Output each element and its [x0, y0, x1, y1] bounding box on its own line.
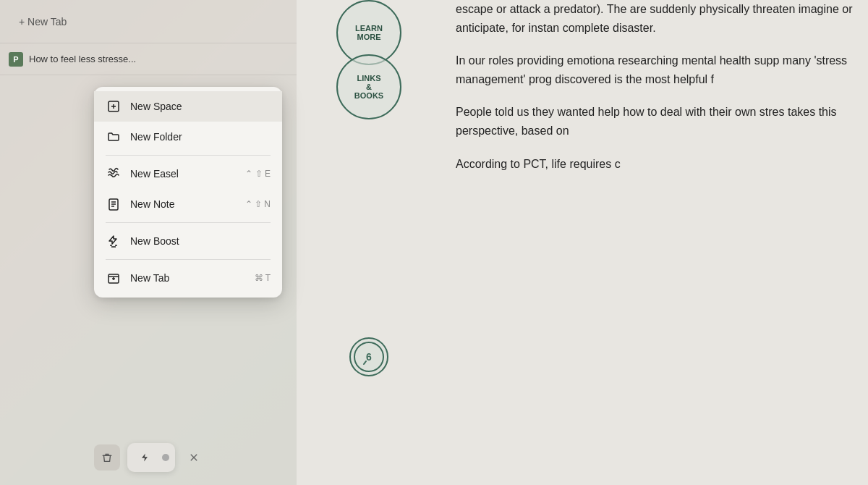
new-boost-icon: [106, 233, 122, 249]
new-tab-menu-icon: [106, 270, 122, 286]
top-bar: + New Tab: [0, 0, 297, 43]
article-para-4: According to PCT, life requires c: [456, 155, 854, 174]
trash-icon: [101, 451, 114, 464]
new-note-label: New Note: [130, 198, 237, 210]
new-boost-label: New Boost: [130, 235, 271, 247]
new-tab-menu-label: New Tab: [130, 272, 246, 284]
bottom-toolbar: [94, 443, 205, 472]
divider-3: [106, 259, 271, 260]
tab-icon: P: [9, 52, 23, 67]
new-space-label: New Space: [130, 101, 271, 112]
tab-title: How to feel less stresse...: [29, 54, 136, 64]
new-folder-icon: [106, 129, 122, 145]
new-tab-shortcut: ⌘ T: [255, 273, 271, 283]
main-content: LEARN MORE LINKS & BOOKS 6 escape or att…: [297, 0, 868, 485]
toolbar-main: [127, 443, 175, 472]
new-space-icon: [106, 98, 122, 114]
chat-bubble[interactable]: 6: [349, 337, 388, 376]
menu-item-new-easel[interactable]: New Easel ⌃ ⇧ E: [94, 159, 282, 189]
article-para-3: People told us they wanted help how to d…: [456, 103, 854, 140]
new-note-icon: [106, 196, 122, 212]
divider-2: [106, 222, 271, 223]
menu-item-new-boost[interactable]: New Boost: [94, 226, 282, 256]
new-easel-label: New Easel: [130, 168, 237, 180]
article-area: escape or attack a predator). The are su…: [441, 0, 868, 485]
new-tab-button[interactable]: + New Tab: [12, 12, 74, 32]
bolt-button[interactable]: [133, 446, 156, 469]
new-tab-label: + New Tab: [19, 16, 67, 28]
diagram-area: LEARN MORE LINKS & BOOKS 6: [297, 0, 441, 485]
svg-text:6: 6: [366, 351, 372, 363]
new-folder-label: New Folder: [130, 131, 271, 143]
chat-bubble-icon: 6: [353, 341, 385, 373]
close-button[interactable]: [182, 446, 205, 469]
bolt-icon: [139, 452, 150, 463]
menu-item-new-tab[interactable]: New Tab ⌘ T: [94, 263, 282, 293]
menu-item-new-note[interactable]: New Note ⌃ ⇧ N: [94, 189, 282, 219]
menu-item-new-folder[interactable]: New Folder: [94, 122, 282, 152]
new-easel-shortcut: ⌃ ⇧ E: [245, 169, 271, 179]
menu-item-new-space[interactable]: New Space: [94, 91, 282, 122]
trash-button[interactable]: [94, 444, 120, 471]
divider-1: [106, 155, 271, 156]
tab-row[interactable]: P How to feel less stresse...: [0, 43, 297, 75]
new-note-shortcut: ⌃ ⇧ N: [245, 199, 271, 209]
dropdown-menu: New Space New Folder New Easel ⌃ ⇧ E: [94, 87, 282, 298]
links-books-circle[interactable]: LINKS & BOOKS: [336, 54, 401, 119]
article-para-1: escape or attack a predator). The are su…: [456, 0, 854, 37]
close-icon: [189, 452, 199, 463]
dot-indicator: [162, 454, 169, 461]
new-easel-icon: [106, 166, 122, 182]
article-para-2: In our roles providing emotiona research…: [456, 51, 854, 88]
